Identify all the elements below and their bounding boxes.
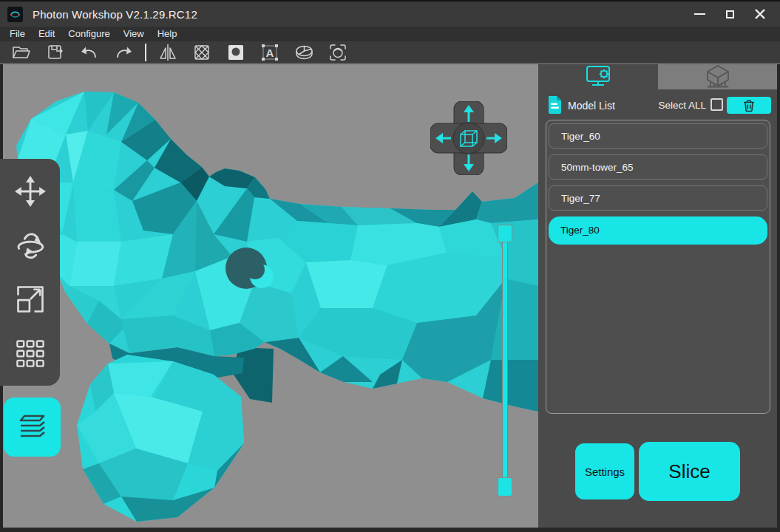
model-list-item[interactable]: Tiger_60 bbox=[549, 123, 767, 149]
menu-item-view[interactable]: View bbox=[117, 27, 151, 41]
save-file-button[interactable] bbox=[45, 42, 66, 63]
left-tool-panel bbox=[0, 159, 60, 386]
toolbar-divider bbox=[145, 44, 146, 61]
split-icon bbox=[294, 43, 314, 62]
printer-icon bbox=[702, 64, 734, 89]
model-list-title: Model List bbox=[568, 100, 615, 112]
right-panel: Model List Select ALL Tiger_60 50mm-towe… bbox=[538, 64, 777, 528]
maximize-icon bbox=[726, 10, 734, 18]
layer-slider-handle-top[interactable] bbox=[498, 225, 512, 242]
menu-item-configure[interactable]: Configure bbox=[61, 27, 116, 41]
scale-icon bbox=[14, 283, 47, 316]
model-list-item-selected[interactable]: Tiger_80 bbox=[549, 216, 767, 245]
trash-icon bbox=[742, 99, 756, 112]
array-tool-button[interactable] bbox=[10, 332, 51, 374]
undo-button[interactable] bbox=[79, 42, 100, 63]
select-all-label: Select ALL bbox=[654, 100, 706, 111]
app-logo-icon bbox=[7, 7, 23, 22]
layer-slider-handle-bottom[interactable] bbox=[498, 477, 512, 497]
mirror-button[interactable] bbox=[157, 42, 178, 63]
rotate-icon bbox=[13, 229, 47, 262]
menu-item-edit[interactable]: Edit bbox=[32, 27, 61, 41]
open-folder-icon bbox=[12, 43, 31, 62]
layer-slider-track[interactable] bbox=[502, 233, 508, 481]
close-button[interactable] bbox=[750, 4, 770, 24]
split-button[interactable] bbox=[294, 42, 314, 63]
model-list: Tiger_60 50mm-tower_65 Tiger_77 Tiger_80 bbox=[546, 120, 770, 414]
tab-model-settings[interactable] bbox=[538, 64, 658, 89]
slice-button[interactable]: Slice bbox=[639, 442, 740, 501]
delete-model-button[interactable] bbox=[727, 97, 771, 114]
text-tool-button[interactable]: A bbox=[260, 42, 280, 63]
rotate-tool-button[interactable] bbox=[10, 225, 51, 266]
toolbar: A bbox=[0, 41, 780, 64]
face-detect-button[interactable] bbox=[328, 42, 348, 63]
text-icon: A bbox=[260, 43, 279, 62]
monitor-gear-icon bbox=[582, 65, 614, 89]
window-controls bbox=[690, 4, 780, 24]
hollow-button[interactable] bbox=[191, 42, 212, 63]
model-list-item[interactable]: Tiger_77 bbox=[549, 185, 767, 211]
punch-hole-button[interactable] bbox=[225, 42, 246, 63]
array-icon bbox=[14, 337, 47, 369]
hollow-icon bbox=[192, 43, 211, 62]
menu-item-file[interactable]: File bbox=[3, 27, 32, 41]
model-list-icon bbox=[546, 95, 563, 117]
close-icon bbox=[754, 8, 766, 20]
menu-item-help[interactable]: Help bbox=[151, 27, 184, 41]
layers-icon bbox=[16, 412, 50, 443]
svg-text:A: A bbox=[266, 46, 274, 58]
tab-print-preview[interactable] bbox=[658, 64, 777, 89]
select-all-checkbox[interactable] bbox=[711, 98, 723, 111]
app-window: Photon Workshop V2.1.29.RC12 File Edit C… bbox=[0, 0, 780, 532]
punch-hole-icon bbox=[226, 43, 245, 62]
move-tool-button[interactable] bbox=[10, 171, 51, 212]
maximize-button[interactable] bbox=[720, 4, 739, 24]
menu-bar: File Edit Configure View Help bbox=[0, 27, 780, 41]
reset-view-cube-button[interactable] bbox=[453, 123, 484, 154]
view-navigation-pad bbox=[430, 101, 507, 175]
save-icon bbox=[46, 43, 65, 62]
move-icon bbox=[14, 175, 47, 208]
layer-view-tool-button[interactable] bbox=[4, 398, 61, 457]
window-title: Photon Workshop V2.1.29.RC12 bbox=[33, 8, 197, 21]
scale-tool-button[interactable] bbox=[10, 279, 51, 320]
model-list-item[interactable]: 50mm-tower_65 bbox=[549, 154, 767, 180]
title-bar: Photon Workshop V2.1.29.RC12 bbox=[0, 1, 780, 27]
minimize-button[interactable] bbox=[690, 4, 709, 24]
minimize-icon bbox=[694, 13, 705, 15]
undo-icon bbox=[80, 43, 99, 62]
redo-icon bbox=[114, 43, 133, 62]
open-file-button[interactable] bbox=[11, 42, 32, 63]
face-scan-icon bbox=[328, 43, 348, 62]
settings-button[interactable]: Settings bbox=[575, 443, 634, 499]
mirror-icon bbox=[158, 43, 177, 62]
redo-button[interactable] bbox=[113, 42, 134, 63]
